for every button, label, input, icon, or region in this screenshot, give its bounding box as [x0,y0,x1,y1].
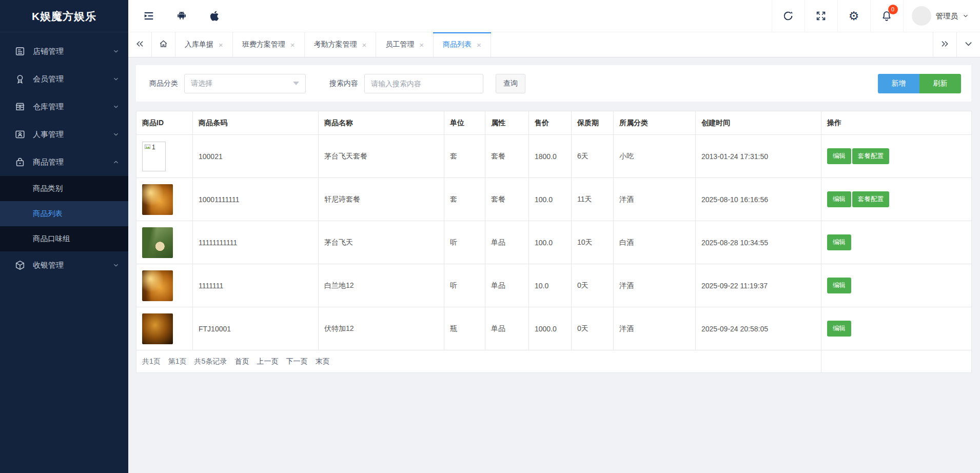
tabs-menu-button[interactable] [956,32,980,57]
sidebar-item-product-category[interactable]: 商品类别 [0,176,128,201]
home-tab-button[interactable] [152,32,175,57]
table-row: 1100021茅台飞天套餐套套餐1800.06天小吃2013-01-24 17:… [136,135,972,178]
column-header: 售价 [529,111,572,135]
tab-attendance-plans[interactable]: 考勤方案管理× [305,32,377,57]
table-row: 11111111111茅台飞天听单品100.010天白酒2025-08-28 1… [136,221,972,264]
edit-button[interactable]: 编辑 [827,191,851,207]
android-icon[interactable] [175,10,188,22]
cell-unit: 套 [444,178,485,221]
chevron-up-icon [113,159,119,165]
cell-price: 100.0 [529,178,572,221]
refresh-button[interactable]: 刷新 [919,74,961,93]
tabs-scroll-left-button[interactable] [128,32,152,57]
edit-button[interactable]: 编辑 [827,321,851,337]
actions-cell: 编辑套餐配置 [821,135,972,178]
user-menu[interactable]: 管理员 [903,0,980,32]
product-image-cell [136,221,193,264]
tab-product-list[interactable]: 商品列表× [434,32,491,57]
tab-class-fee-plans[interactable]: 班费方案管理× [233,32,305,57]
cell-attribute: 套餐 [485,135,529,178]
prev-page-link[interactable]: 上一页 [257,357,278,366]
sidebar-item-hr[interactable]: 人事管理 [0,121,128,148]
column-header: 属性 [485,111,529,135]
warehouse-icon [14,101,26,112]
user-name: 管理员 [936,11,958,21]
last-page-link[interactable]: 末页 [315,357,329,366]
sidebar-item-product[interactable]: 商品管理 [0,148,128,176]
tab-close-icon[interactable]: × [290,41,295,49]
category-filter-label: 商品分类 [149,79,178,88]
cell-name: 伏特加12 [319,307,444,350]
sidebar-item-member[interactable]: 会员管理 [0,65,128,93]
tab-employees[interactable]: 员工管理× [376,32,434,57]
tab-inbound-orders[interactable]: 入库单据× [175,32,233,57]
fullscreen-button[interactable] [805,0,837,32]
tab-close-icon[interactable]: × [362,41,367,49]
tab-close-icon[interactable]: × [219,41,223,49]
refresh-icon [782,10,794,22]
category-select[interactable]: 请选择 [184,74,306,93]
cell-barcode: 1111111 [193,264,319,307]
avatar [912,6,931,26]
tabs-scroll-right-button[interactable] [933,32,956,57]
tab-close-icon[interactable]: × [419,41,424,49]
column-header: 保质期 [572,111,614,135]
cell-name: 轩尼诗套餐 [319,178,444,221]
collapse-menu-icon[interactable] [143,10,155,22]
cell-barcode: FTJ10001 [193,307,319,350]
search-input[interactable] [364,74,483,93]
column-header: 操作 [821,111,972,135]
pagination-row: 共1页 第1页 共5条记录 首页 上一页 下一页 末页 [136,350,972,373]
chevron-down-icon [113,48,119,54]
cell-unit: 听 [444,221,485,264]
category-select-value: 请选择 [191,79,212,88]
add-button[interactable]: 新增 [878,74,919,93]
table-row: 1111111白兰地12听单品10.00天洋酒2025-09-22 11:19:… [136,264,972,307]
combo-config-button[interactable]: 套餐配置 [852,191,889,207]
sidebar-item-product-flavor[interactable]: 商品口味组 [0,226,128,251]
cell-barcode: 10001111111 [193,178,319,221]
cell-unit: 套 [444,135,485,178]
tab-label: 入库单据 [185,40,213,49]
chevron-down-icon [113,104,119,110]
edit-button[interactable]: 编辑 [827,234,851,250]
cell-name: 茅台飞天套餐 [319,135,444,178]
product-image-cell: 1 [136,135,193,178]
store-icon [14,46,26,57]
double-chevron-right-icon [940,39,950,51]
settings-gear-button[interactable]: ⚙ [837,0,870,32]
product-table-card: 商品ID商品条码商品名称单位属性售价保质期所属分类创建时间操作 1100021茅… [136,111,971,373]
actions-cell: 编辑 [821,221,972,264]
column-header: 创建时间 [696,111,821,135]
cell-price: 10.0 [529,264,572,307]
cell-name: 茅台飞天 [319,221,444,264]
notifications-bell-button[interactable]: 0 [870,0,903,32]
sidebar-item-warehouse[interactable]: 仓库管理 [0,93,128,121]
next-page-link[interactable]: 下一页 [286,357,307,366]
sidebar-item-cashier[interactable]: 收银管理 [0,251,128,279]
sidebar-item-store[interactable]: 店铺管理 [0,37,128,65]
tab-label: 员工管理 [385,40,414,49]
select-caret-icon [293,82,299,85]
tab-close-icon[interactable]: × [477,41,481,49]
sidebar-item-product-list[interactable]: 商品列表 [0,201,128,226]
refresh-button[interactable] [772,0,805,32]
cell-shelf-life: 0天 [572,307,614,350]
cell-shelf-life: 0天 [572,264,614,307]
first-page-link[interactable]: 首页 [234,357,249,366]
product-table: 商品ID商品条码商品名称单位属性售价保质期所属分类创建时间操作 1100021茅… [136,111,972,373]
member-icon [14,73,26,85]
cell-unit: 瓶 [444,307,485,350]
search-filter-label: 搜索内容 [329,79,358,88]
column-header: 商品ID [136,111,193,135]
home-icon [159,39,168,51]
tab-label: 班费方案管理 [242,40,285,49]
edit-button[interactable]: 编辑 [827,278,851,293]
edit-button[interactable]: 编辑 [827,148,851,164]
combo-config-button[interactable]: 套餐配置 [852,148,889,164]
cell-attribute: 单品 [485,221,529,264]
query-button[interactable]: 查询 [496,74,525,93]
sidebar-menu: 店铺管理会员管理仓库管理人事管理商品管理商品类别商品列表商品口味组收银管理 [0,32,128,279]
actions-cell: 编辑 [821,307,972,350]
apple-icon[interactable] [208,10,221,22]
